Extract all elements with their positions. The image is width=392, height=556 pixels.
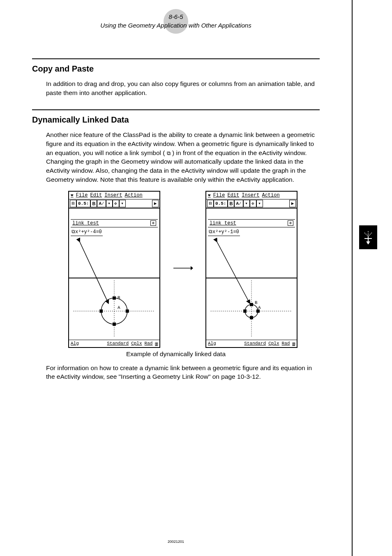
heading-dynamic-link: Dynamically Linked Data	[32, 115, 320, 125]
toolbar: ⊟ 0.5↕ B A⁄▾ ⟐▾ ▶	[69, 199, 159, 208]
menu-file: File	[76, 192, 88, 198]
copy-paste-paragraph: In addition to drag and drop, you can al…	[46, 79, 320, 97]
statusbar: Alg Standard Cplx Rad ▥	[206, 340, 297, 347]
dropdown-icon: ▾	[256, 200, 263, 207]
footer-code: 20021201	[0, 540, 352, 544]
save-icon: ⊟	[70, 200, 76, 207]
link-symbol-icon: ⧉	[167, 150, 171, 156]
save-icon: ⊟	[207, 200, 214, 207]
calculator-screenshot-left: ❤ File Edit Insert Action ⊟ 0.5↕ B A⁄▾ ⟐…	[68, 191, 160, 348]
link-test-row: link test ⟐	[71, 219, 158, 227]
status-std: Standard	[107, 341, 129, 346]
svg-text:A: A	[258, 305, 261, 310]
menubar: ❤ File Edit Insert Action	[206, 192, 297, 199]
statusbar: Alg Standard Cplx Rad ▥	[69, 340, 159, 347]
svg-line-20	[217, 242, 250, 303]
menu-insert: Insert	[242, 192, 259, 198]
menu-action: Action	[262, 192, 279, 198]
screenshot-caption: Example of dynamically linked data	[32, 350, 320, 358]
dropdown-icon: ▾	[119, 200, 126, 207]
toolbar: ⊟ 0.5↕ B A⁄▾ ⟐▾ ▶	[206, 199, 297, 208]
calculator-screenshot-right: ❤ File Edit Insert Action ⊟ 0.5↕ B A⁄▾ ⟐…	[205, 191, 297, 348]
frac-icon: 0.5↕	[214, 200, 228, 207]
geometry-link-icon: ⟐	[150, 220, 156, 226]
arrow-right-icon	[173, 265, 193, 273]
more-icon: ▶	[152, 200, 159, 207]
frac-icon: 0.5↕	[76, 200, 90, 207]
dropdown-icon: ▾	[243, 200, 250, 207]
menubar: ❤ File Edit Insert Action	[69, 192, 159, 199]
svg-line-22	[364, 233, 368, 236]
screenshots-row: ❤ File Edit Insert Action ⊟ 0.5↕ B A⁄▾ ⟐…	[46, 191, 320, 348]
status-rad: Rad	[145, 341, 153, 346]
status-mode: Alg	[208, 341, 216, 346]
style-icon: A⁄	[97, 200, 106, 207]
rule	[32, 58, 320, 59]
svg-rect-15	[256, 309, 260, 313]
status-mode: Alg	[71, 341, 79, 346]
menu-action: Action	[125, 192, 142, 198]
dynamic-link-paragraph: Another nice feature of the ClassPad is …	[46, 130, 320, 184]
page-header: 8-6-5 Using the Geometry Application wit…	[0, 12, 352, 30]
svg-text:B: B	[255, 300, 258, 305]
status-rad: Rad	[282, 341, 290, 346]
rule	[32, 109, 320, 110]
footnote-paragraph: For information on how to create a dynam…	[46, 364, 320, 381]
equation-right: ⧉x²+y²-1=0	[208, 228, 240, 236]
svg-rect-3	[113, 296, 116, 299]
svg-text:A: A	[118, 305, 120, 310]
svg-rect-17	[250, 316, 253, 319]
style-icon: A⁄	[234, 200, 243, 207]
battery-icon: ▥	[155, 341, 158, 346]
link-test-row: link test ⟐	[208, 219, 295, 227]
geom-icon: ⟐	[113, 200, 119, 207]
menu-edit: Edit	[90, 192, 102, 198]
heading-copy-paste: Copy and Paste	[32, 64, 320, 74]
more-icon: ▶	[289, 200, 296, 207]
svg-line-9	[80, 242, 108, 303]
link-test-label: link test	[210, 220, 236, 226]
status-cplx: Cplx	[131, 341, 142, 346]
svg-rect-6	[113, 322, 116, 326]
menu-insert: Insert	[104, 192, 122, 198]
content-area: Copy and Paste In addition to drag and d…	[0, 30, 352, 381]
page-number: 8-6-5	[0, 12, 352, 21]
app-icon: ❤	[71, 192, 74, 198]
app-icon: ❤	[208, 192, 211, 198]
menu-edit: Edit	[227, 192, 239, 198]
page: 8-6-5 Using the Geometry Application wit…	[0, 0, 353, 556]
dropdown-icon: ▾	[106, 200, 113, 207]
battery-icon: ▥	[292, 341, 295, 346]
svg-text:B: B	[118, 295, 120, 300]
link-arrow-icon	[213, 238, 254, 312]
geom-icon: ⟐	[250, 200, 256, 207]
side-tab-icon	[359, 225, 377, 249]
bold-icon: B	[228, 200, 234, 207]
equation-left: ⧉x²+y²-4=0	[71, 228, 103, 236]
link-arrow-icon	[76, 238, 113, 312]
menu-file: File	[213, 192, 225, 198]
svg-line-23	[368, 233, 372, 236]
svg-rect-4	[126, 309, 129, 313]
link-prefix-icon: ⧉	[209, 229, 212, 235]
link-prefix-icon: ⧉	[71, 229, 75, 235]
status-std: Standard	[244, 341, 266, 346]
status-cplx: Cplx	[268, 341, 279, 346]
header-title: Using the Geometry Application with Othe…	[0, 21, 352, 30]
bold-icon: B	[90, 200, 97, 207]
link-test-label: link test	[72, 220, 99, 226]
geometry-link-icon: ⟐	[288, 220, 293, 226]
